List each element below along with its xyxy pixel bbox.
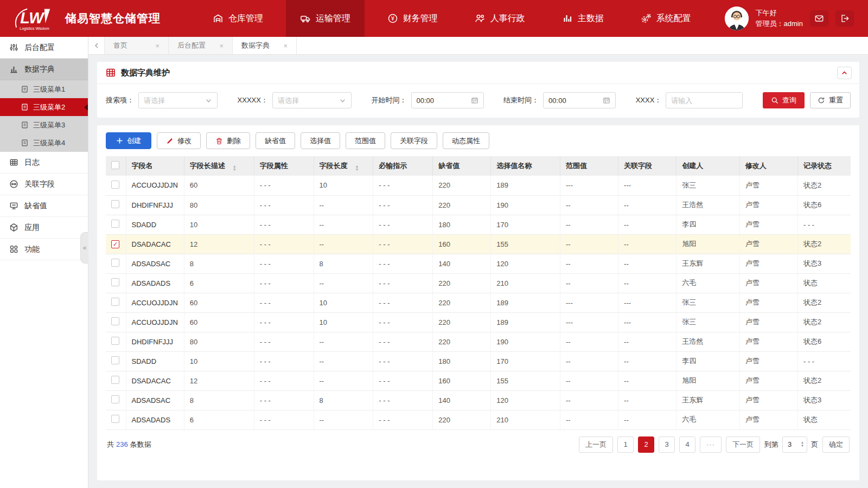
row-checkbox[interactable] xyxy=(111,415,119,423)
row-checkbox[interactable] xyxy=(111,376,119,384)
close-icon[interactable]: × xyxy=(219,42,224,50)
tab-backend-config[interactable]: 后台配置 × xyxy=(169,37,233,54)
sidebar-item-related-fields[interactable]: 关联字段 xyxy=(0,174,88,195)
select-value[interactable] xyxy=(144,97,202,105)
sidebar-subitem-menu4[interactable]: 三级菜单4 xyxy=(0,134,88,152)
table-cell: - - - xyxy=(254,176,314,195)
time-value[interactable] xyxy=(417,97,468,105)
page-button-3[interactable]: 3 xyxy=(659,436,675,453)
page-header-panel: 数据字典维护 搜索项： xyxy=(97,62,859,118)
close-icon[interactable]: × xyxy=(283,42,288,50)
row-checkbox[interactable] xyxy=(111,220,119,228)
select-value[interactable] xyxy=(278,97,336,105)
sidebar-item-functions[interactable]: 功能 xyxy=(0,239,88,260)
table-cell: - - - xyxy=(373,195,433,215)
time-value[interactable] xyxy=(548,97,599,105)
sidebar-item-applications[interactable]: 应用 xyxy=(0,217,88,239)
sidebar-item-logs[interactable]: 日志 xyxy=(0,152,88,174)
sidebar-subitem-menu3[interactable]: 三级菜单3 xyxy=(0,116,88,134)
start-time-input[interactable] xyxy=(411,92,484,108)
related-field-button[interactable]: 关联字段 xyxy=(391,132,437,149)
logout-button[interactable] xyxy=(835,10,854,27)
jump-page-input[interactable]: ▲▼ xyxy=(782,436,807,453)
sidebar-collapse-handle[interactable]: « xyxy=(80,232,88,264)
nav-item-finance[interactable]: ¥ 财务管理 xyxy=(373,0,452,37)
row-checkbox[interactable] xyxy=(111,278,119,286)
column-header[interactable]: 字段长描述▲▼ xyxy=(184,156,254,176)
table-cell: 6 xyxy=(184,410,254,429)
tab-home[interactable]: 首页 × xyxy=(105,37,169,54)
close-icon[interactable]: × xyxy=(155,42,159,50)
nav-item-warehouse[interactable]: 仓库管理 xyxy=(199,0,277,37)
app-logo: LW Logistics Wisdom 储易智慧仓储管理 xyxy=(0,0,184,37)
xxxx-input[interactable] xyxy=(666,92,743,108)
tabs-scroll-left-button[interactable] xyxy=(88,37,105,54)
table-cell: 155 xyxy=(491,371,560,390)
table-cell: 160 xyxy=(433,371,491,390)
sidebar-subitem-menu2[interactable]: 三级菜单2 xyxy=(0,98,88,116)
search-item-select[interactable] xyxy=(138,92,218,108)
mail-button[interactable] xyxy=(810,10,828,27)
pagination-ellipsis[interactable]: ··· xyxy=(700,436,722,453)
row-checkbox[interactable] xyxy=(111,317,119,325)
tab-label: 首页 xyxy=(113,41,127,50)
xxxxx-select[interactable] xyxy=(272,92,352,108)
page-button-1[interactable]: 1 xyxy=(617,436,634,453)
avatar[interactable] xyxy=(725,7,749,30)
table-row: SDADD10- - ---- - -180170----李四卢雪- - - xyxy=(106,215,851,234)
table-cell: -- xyxy=(618,332,676,351)
text-value[interactable] xyxy=(671,97,737,105)
query-button[interactable]: 查询 xyxy=(763,92,805,108)
row-checkbox[interactable] xyxy=(111,298,119,306)
row-checkbox[interactable] xyxy=(111,200,119,208)
table-cell: 卢雪 xyxy=(739,176,797,195)
sort-icon[interactable]: ▲▼ xyxy=(355,165,359,171)
dynamic-attr-button[interactable]: 动态属性 xyxy=(443,132,489,149)
sidebar-item-data-dictionary[interactable]: 数据字典 xyxy=(0,59,88,80)
prev-page-button[interactable]: 上一页 xyxy=(579,436,613,453)
range-value-button[interactable]: 范围值 xyxy=(346,132,385,149)
row-checkbox[interactable] xyxy=(111,181,119,189)
default-value-button[interactable]: 缺省值 xyxy=(256,132,295,149)
button-label: 关联字段 xyxy=(400,136,428,146)
nav-item-master-data[interactable]: 主数据 xyxy=(548,0,618,37)
logo-icon: LW Logistics Wisdom xyxy=(13,5,59,32)
sidebar-item-backend-config[interactable]: 后台配置 xyxy=(0,37,88,59)
jump-value[interactable] xyxy=(788,440,796,448)
sort-icon[interactable]: ▲▼ xyxy=(233,165,237,171)
confirm-button[interactable]: 确定 xyxy=(822,436,850,453)
nav-item-transport[interactable]: 运输管理 xyxy=(286,0,365,37)
cube-icon xyxy=(9,223,18,232)
row-checkbox[interactable] xyxy=(111,337,119,345)
sidebar-subitem-menu1[interactable]: 三级菜单1 xyxy=(0,80,88,98)
row-checkbox[interactable] xyxy=(111,395,119,403)
app-header: LW Logistics Wisdom 储易智慧仓储管理 仓库管理 运输管理 xyxy=(0,0,868,37)
tab-data-dictionary[interactable]: 数据字典 × xyxy=(233,37,297,54)
table-cell: 160 xyxy=(433,234,491,254)
page-button-4[interactable]: 4 xyxy=(679,436,695,453)
page-button-2[interactable]: 2 xyxy=(638,436,654,453)
row-checkbox[interactable] xyxy=(111,356,119,364)
next-page-button[interactable]: 下一页 xyxy=(726,436,760,453)
nav-item-system-config[interactable]: 系统配置 xyxy=(627,0,705,37)
table-row: DSADACAC12- - ---- - -160155----旭阳卢雪状态2 xyxy=(106,371,851,390)
reset-button[interactable]: 重置 xyxy=(810,92,851,108)
end-time-input[interactable] xyxy=(543,92,616,108)
column-header[interactable]: 字段长度▲▼ xyxy=(314,156,373,176)
create-button[interactable]: 创建 xyxy=(106,132,151,149)
document-icon xyxy=(21,85,29,93)
sidebar-item-default-values[interactable]: 缺省值 xyxy=(0,195,88,217)
nav-item-hr[interactable]: 人事行政 xyxy=(461,0,539,37)
table-cell: 12 xyxy=(184,234,254,254)
edit-button[interactable]: 修改 xyxy=(157,132,201,149)
select-value-button[interactable]: 选择值 xyxy=(301,132,340,149)
delete-button[interactable]: 删除 xyxy=(206,132,250,149)
sidebar-item-label: 关联字段 xyxy=(24,179,55,189)
panel-collapse-button[interactable] xyxy=(837,67,852,79)
number-spinner[interactable]: ▲▼ xyxy=(801,441,804,447)
row-checkbox[interactable]: ✓ xyxy=(111,240,119,248)
select-all-checkbox[interactable] xyxy=(111,161,119,169)
table-cell: - - - xyxy=(373,371,433,390)
table-cell: 六毛 xyxy=(676,410,740,429)
row-checkbox[interactable] xyxy=(111,259,119,267)
